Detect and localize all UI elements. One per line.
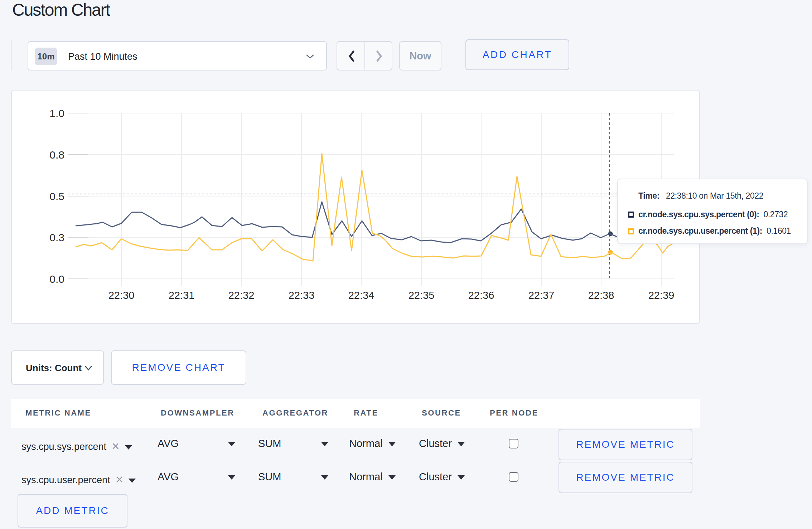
svg-text:0.5: 0.5 [49, 190, 64, 202]
svg-text:22:39: 22:39 [648, 290, 675, 301]
svg-text:1.0: 1.0 [49, 107, 64, 119]
svg-text:22:30: 22:30 [108, 290, 135, 301]
svg-text:22:32: 22:32 [228, 290, 255, 301]
svg-text:22:38: 22:38 [588, 290, 614, 301]
svg-text:22:34: 22:34 [348, 290, 374, 301]
svg-text:0.8: 0.8 [49, 149, 64, 161]
svg-text:22:36: 22:36 [468, 290, 494, 301]
svg-text:0.0: 0.0 [49, 273, 64, 285]
svg-text:0.3: 0.3 [49, 232, 64, 243]
svg-text:22:33: 22:33 [289, 290, 315, 301]
svg-text:22:37: 22:37 [528, 290, 555, 301]
svg-text:22:31: 22:31 [169, 290, 195, 301]
svg-text:22:35: 22:35 [409, 290, 435, 301]
